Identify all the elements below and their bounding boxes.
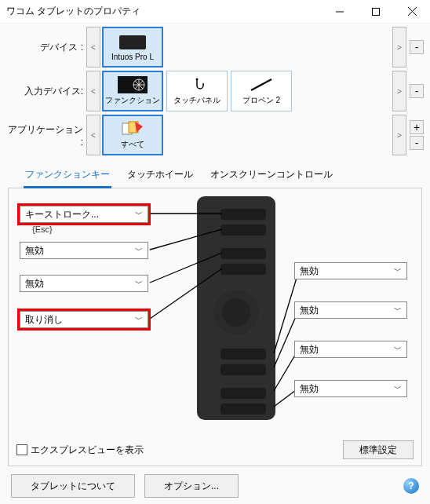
device-row-label: デバイス : bbox=[6, 41, 85, 54]
tab-touchwheel[interactable]: タッチホイール bbox=[126, 168, 195, 188]
app-add-button[interactable]: + bbox=[410, 120, 424, 134]
checkbox-box bbox=[16, 444, 27, 455]
app-prev-button[interactable]: < bbox=[86, 115, 100, 155]
input-remove-button[interactable]: - bbox=[410, 84, 424, 98]
express-key-8 bbox=[220, 404, 266, 415]
app-next-button[interactable]: > bbox=[392, 115, 406, 155]
chevron-down-icon: ﹀ bbox=[135, 278, 143, 289]
input-tile-functions[interactable]: ファンクション bbox=[102, 71, 163, 111]
chevron-down-icon: ﹀ bbox=[394, 344, 402, 355]
input-row-label: 入力デバイス: bbox=[6, 85, 85, 98]
tablet-diagram bbox=[197, 196, 275, 420]
left-key-1-annotation: {Esc} bbox=[32, 225, 53, 234]
device-tile-label: Intuos Pro L bbox=[111, 53, 154, 61]
close-icon bbox=[408, 7, 417, 16]
left-key-2-combo[interactable]: 無効 ﹀ bbox=[20, 242, 148, 259]
right-key-3-combo[interactable]: 無効 ﹀ bbox=[294, 341, 407, 358]
input-tile-label: タッチパネル bbox=[173, 95, 220, 106]
about-tablet-button[interactable]: タブレットについて bbox=[11, 474, 135, 498]
device-next-button[interactable]: > bbox=[392, 27, 406, 68]
svg-rect-4 bbox=[119, 35, 146, 49]
right-key-1-combo[interactable]: 無効 ﹀ bbox=[294, 262, 407, 279]
combo-value: 無効 bbox=[25, 244, 44, 257]
express-key-6 bbox=[220, 364, 266, 375]
functions-icon bbox=[118, 76, 148, 93]
options-label: オプション... bbox=[164, 480, 219, 493]
about-tablet-label: タブレットについて bbox=[31, 480, 115, 493]
express-view-checkbox[interactable]: エクスプレスビューを表示 bbox=[16, 444, 144, 457]
left-key-1-combo[interactable]: キーストローク... ﹀ bbox=[20, 206, 148, 223]
touch-ring bbox=[214, 290, 258, 334]
pen-icon bbox=[246, 76, 276, 93]
express-key-2 bbox=[220, 225, 266, 236]
tabs: ファンクションキー タッチホイール オンスクリーンコントロール bbox=[8, 162, 422, 188]
input-prev-button[interactable]: < bbox=[86, 71, 100, 111]
device-remove-button[interactable]: - bbox=[410, 40, 424, 54]
chevron-down-icon: ﹀ bbox=[135, 245, 143, 256]
combo-value: 取り消し bbox=[25, 313, 63, 327]
input-tile-pen[interactable]: プロペン 2 bbox=[231, 71, 292, 111]
chevron-down-icon: ﹀ bbox=[135, 209, 143, 220]
right-key-4-combo[interactable]: 無効 ﹀ bbox=[294, 380, 407, 397]
chevron-down-icon: ﹀ bbox=[394, 305, 402, 316]
combo-value: キーストローク... bbox=[25, 208, 99, 221]
input-row: 入力デバイス: < ファンクション タッチパネル プロペン 2 > - bbox=[0, 69, 430, 113]
express-view-label: エクスプレスビューを表示 bbox=[31, 444, 144, 457]
svg-line-12 bbox=[251, 79, 271, 90]
express-key-7 bbox=[220, 388, 266, 399]
app-row-label: アプリケーション : bbox=[6, 123, 85, 148]
help-icon: ? bbox=[408, 480, 414, 491]
input-tile-label: プロペン 2 bbox=[242, 95, 280, 106]
combo-value: 無効 bbox=[300, 265, 319, 278]
express-key-4 bbox=[220, 264, 266, 275]
footer: タブレットについて オプション... ? bbox=[0, 466, 430, 504]
device-tile[interactable]: Intuos Pro L bbox=[102, 27, 163, 68]
minimize-button[interactable] bbox=[322, 0, 358, 24]
maximize-icon bbox=[372, 8, 380, 16]
input-next-button[interactable]: > bbox=[392, 71, 406, 111]
app-tile-label: すべて bbox=[121, 139, 144, 150]
combo-value: 無効 bbox=[300, 304, 319, 317]
close-button[interactable] bbox=[394, 0, 430, 24]
combo-value: 無効 bbox=[300, 343, 319, 356]
default-settings-button[interactable]: 標準設定 bbox=[343, 440, 414, 459]
input-tile-label: ファンクション bbox=[105, 95, 160, 106]
express-key-3 bbox=[220, 248, 266, 259]
svg-rect-1 bbox=[373, 8, 380, 15]
maximize-button[interactable] bbox=[358, 0, 394, 24]
chevron-down-icon: ﹀ bbox=[135, 314, 143, 325]
left-key-3-combo[interactable]: 無効 ﹀ bbox=[20, 275, 148, 292]
minimize-icon bbox=[336, 8, 344, 16]
combo-value: 無効 bbox=[25, 277, 44, 290]
app-remove-button[interactable]: - bbox=[410, 136, 424, 150]
svg-point-11 bbox=[196, 79, 199, 81]
apps-all-icon bbox=[118, 120, 148, 137]
default-settings-label: 標準設定 bbox=[359, 444, 397, 457]
device-rows: デバイス : < Intuos Pro L > - 入力デバイス: < ファンク… bbox=[0, 24, 430, 162]
app-row: アプリケーション : < すべて > + - bbox=[0, 113, 430, 157]
chevron-down-icon: ﹀ bbox=[394, 383, 402, 394]
express-key-5 bbox=[220, 349, 266, 360]
tab-functionkey[interactable]: ファンクションキー bbox=[24, 168, 111, 188]
app-tile-all[interactable]: すべて bbox=[102, 115, 163, 155]
chevron-down-icon: ﹀ bbox=[394, 265, 402, 276]
titlebar: ワコム タブレットのプロパティ bbox=[0, 0, 430, 24]
help-button[interactable]: ? bbox=[403, 478, 419, 494]
content-bottom-row: エクスプレスビューを表示 標準設定 bbox=[16, 440, 414, 459]
tab-onscreen[interactable]: オンスクリーンコントロール bbox=[209, 168, 334, 188]
window-title: ワコム タブレットのプロパティ bbox=[6, 5, 322, 18]
left-key-4-combo[interactable]: 取り消し ﹀ bbox=[20, 311, 148, 328]
options-button[interactable]: オプション... bbox=[144, 474, 239, 498]
right-key-2-combo[interactable]: 無効 ﹀ bbox=[294, 301, 407, 319]
tablet-icon bbox=[118, 34, 148, 51]
combo-value: 無効 bbox=[300, 382, 319, 396]
express-key-1 bbox=[220, 209, 266, 220]
input-tile-touch[interactable]: タッチパネル bbox=[166, 71, 228, 111]
touch-icon bbox=[182, 76, 212, 93]
device-prev-button[interactable]: < bbox=[86, 27, 100, 68]
device-row: デバイス : < Intuos Pro L > - bbox=[0, 25, 430, 69]
content-panel: キーストローク... ﹀ {Esc} 無効 ﹀ 無効 ﹀ 取り消し ﹀ 無効 ﹀… bbox=[8, 188, 422, 466]
